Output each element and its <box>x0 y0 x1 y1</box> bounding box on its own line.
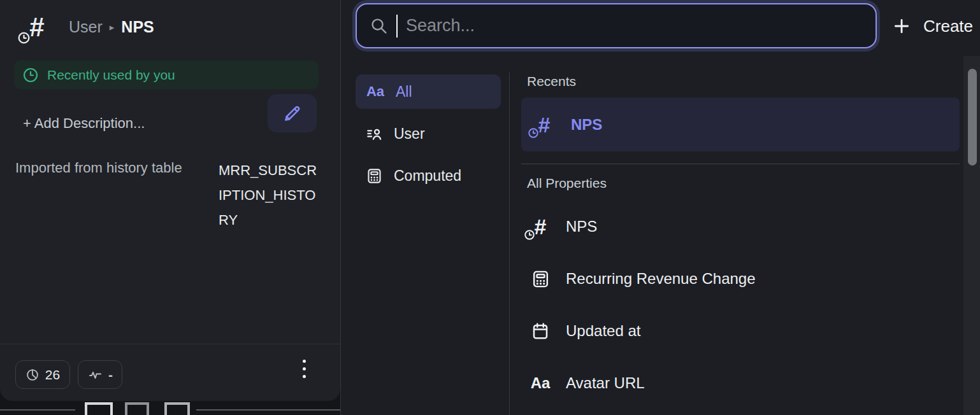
search-placeholder: Search... <box>406 16 475 36</box>
panel-footer: 26 - <box>0 344 340 401</box>
modal-column-divider <box>509 73 510 415</box>
app-root: # User ▸ NPS Recently used by you + Add … <box>0 0 980 415</box>
filter-label: Computed <box>394 167 461 185</box>
calculator-icon <box>531 269 551 289</box>
breadcrumb: User ▸ NPS <box>69 18 154 36</box>
background-connector-line <box>196 409 342 411</box>
search-icon <box>370 17 388 35</box>
background-table-node <box>85 402 113 415</box>
pie-chart-icon <box>25 368 40 382</box>
property-label: Avatar URL <box>566 374 645 392</box>
property-item-updated-at[interactable]: Updated at <box>521 317 960 345</box>
activity-pulse-icon <box>87 367 103 383</box>
filter-computed[interactable]: Computed <box>356 158 501 193</box>
clock-icon <box>22 67 39 83</box>
breadcrumb-parent[interactable]: User <box>69 18 103 36</box>
filter-user[interactable]: User <box>356 116 501 151</box>
more-options-button[interactable] <box>298 360 310 378</box>
plus-icon <box>892 17 911 36</box>
property-item-nps[interactable]: # NPS <box>521 213 960 241</box>
hash-glyph: # <box>535 216 547 237</box>
property-picker-modal <box>341 0 980 415</box>
hash-glyph: # <box>538 114 551 136</box>
add-description-button[interactable]: + Add Description... <box>23 115 145 132</box>
text-format-icon: Aa <box>366 83 385 100</box>
filter-list: Aa All User Computed <box>356 74 501 193</box>
text-format-icon: Aa <box>531 374 551 392</box>
dot <box>303 360 306 363</box>
scrollbar-thumb[interactable] <box>968 69 977 165</box>
breadcrumb-current: NPS <box>121 18 154 36</box>
pencil-icon <box>282 104 302 123</box>
calendar-icon <box>531 321 550 341</box>
filter-label: All <box>396 83 412 101</box>
chart-count-value: 26 <box>45 367 60 383</box>
background-connector-line <box>0 409 75 411</box>
dot <box>303 375 306 378</box>
background-table-node <box>164 402 190 415</box>
sparkline-value: - <box>108 367 113 383</box>
recent-item-nps[interactable]: # NPS <box>521 97 960 151</box>
filter-label: User <box>394 125 425 143</box>
number-clock-icon: # <box>533 113 556 137</box>
section-divider <box>521 164 960 164</box>
scrollbar-track[interactable] <box>963 56 980 415</box>
create-button[interactable]: Create <box>892 13 973 39</box>
recently-used-label: Recently used by you <box>47 67 175 83</box>
property-label: Updated at <box>566 322 640 340</box>
recent-item-label: NPS <box>571 116 602 134</box>
dot <box>303 367 306 370</box>
number-clock-icon: # <box>529 215 552 239</box>
property-details-panel: # User ▸ NPS Recently used by you + Add … <box>0 0 340 401</box>
imported-from-label: Imported from history table <box>15 160 182 176</box>
clock-icon <box>17 31 31 45</box>
search-input[interactable]: Search... <box>356 3 877 48</box>
imported-from-value: MRR_SUBSCRIPTION_HISTORY <box>219 158 321 232</box>
property-item-recurring-revenue-change[interactable]: Recurring Revenue Change <box>521 265 960 293</box>
all-properties-section-header: All Properties <box>527 176 607 191</box>
edit-description-button[interactable] <box>268 94 317 132</box>
recents-section-header: Recents <box>527 74 576 89</box>
property-label: NPS <box>566 218 597 236</box>
background-table-node <box>125 402 149 415</box>
clock-icon <box>524 229 535 241</box>
property-item-avatar-url[interactable]: Aa Avatar URL <box>521 369 960 397</box>
text-cursor <box>396 15 398 38</box>
user-list-icon <box>366 125 383 143</box>
sparkline-button[interactable]: - <box>78 360 122 389</box>
recently-used-badge: Recently used by you <box>14 60 319 89</box>
breadcrumb-separator-icon: ▸ <box>110 22 115 33</box>
create-label: Create <box>923 17 973 36</box>
property-label: Recurring Revenue Change <box>566 270 756 288</box>
clock-icon <box>528 127 539 139</box>
numeric-property-icon: # <box>23 13 51 42</box>
hash-glyph: # <box>29 14 44 41</box>
calculator-icon <box>366 167 383 185</box>
filter-all[interactable]: Aa All <box>356 74 501 109</box>
chart-count-button[interactable]: 26 <box>15 360 70 389</box>
